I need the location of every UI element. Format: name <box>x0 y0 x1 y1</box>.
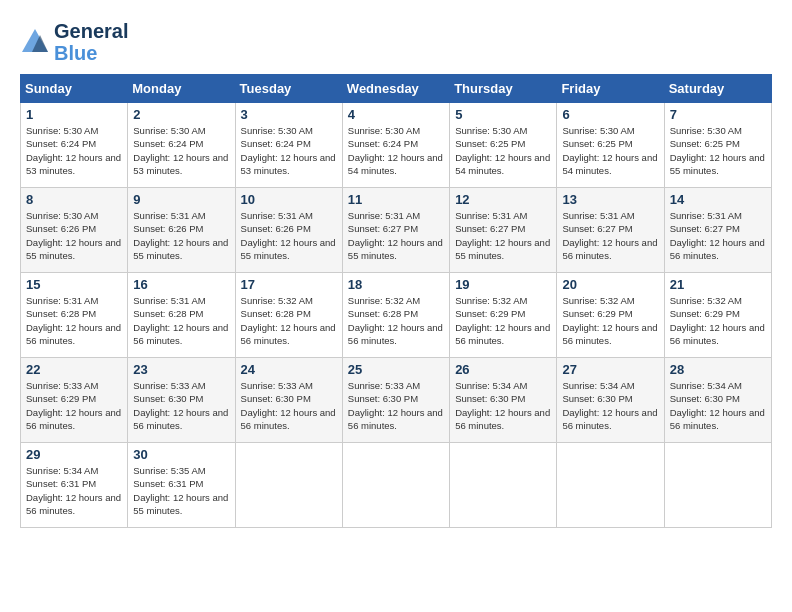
day-number: 4 <box>348 107 444 122</box>
calendar-week-row: 29 Sunrise: 5:34 AM Sunset: 6:31 PM Dayl… <box>21 443 772 528</box>
day-number: 17 <box>241 277 337 292</box>
calendar-cell: 2 Sunrise: 5:30 AM Sunset: 6:24 PM Dayli… <box>128 103 235 188</box>
calendar-cell <box>664 443 771 528</box>
calendar-cell: 28 Sunrise: 5:34 AM Sunset: 6:30 PM Dayl… <box>664 358 771 443</box>
calendar-cell: 15 Sunrise: 5:31 AM Sunset: 6:28 PM Dayl… <box>21 273 128 358</box>
weekday-header-monday: Monday <box>128 75 235 103</box>
day-info: Sunrise: 5:30 AM Sunset: 6:26 PM Dayligh… <box>26 209 122 262</box>
day-number: 10 <box>241 192 337 207</box>
calendar-cell: 20 Sunrise: 5:32 AM Sunset: 6:29 PM Dayl… <box>557 273 664 358</box>
day-info: Sunrise: 5:32 AM Sunset: 6:29 PM Dayligh… <box>455 294 551 347</box>
calendar-cell: 17 Sunrise: 5:32 AM Sunset: 6:28 PM Dayl… <box>235 273 342 358</box>
calendar-cell: 5 Sunrise: 5:30 AM Sunset: 6:25 PM Dayli… <box>450 103 557 188</box>
weekday-header-wednesday: Wednesday <box>342 75 449 103</box>
day-info: Sunrise: 5:30 AM Sunset: 6:25 PM Dayligh… <box>670 124 766 177</box>
day-number: 6 <box>562 107 658 122</box>
day-number: 27 <box>562 362 658 377</box>
day-number: 7 <box>670 107 766 122</box>
day-info: Sunrise: 5:34 AM Sunset: 6:30 PM Dayligh… <box>455 379 551 432</box>
calendar-cell: 14 Sunrise: 5:31 AM Sunset: 6:27 PM Dayl… <box>664 188 771 273</box>
weekday-header-saturday: Saturday <box>664 75 771 103</box>
calendar-cell: 30 Sunrise: 5:35 AM Sunset: 6:31 PM Dayl… <box>128 443 235 528</box>
day-number: 1 <box>26 107 122 122</box>
day-info: Sunrise: 5:30 AM Sunset: 6:24 PM Dayligh… <box>348 124 444 177</box>
calendar-cell <box>235 443 342 528</box>
day-info: Sunrise: 5:30 AM Sunset: 6:24 PM Dayligh… <box>26 124 122 177</box>
weekday-header-friday: Friday <box>557 75 664 103</box>
day-number: 28 <box>670 362 766 377</box>
calendar-cell: 9 Sunrise: 5:31 AM Sunset: 6:26 PM Dayli… <box>128 188 235 273</box>
calendar-cell: 18 Sunrise: 5:32 AM Sunset: 6:28 PM Dayl… <box>342 273 449 358</box>
day-info: Sunrise: 5:33 AM Sunset: 6:30 PM Dayligh… <box>133 379 229 432</box>
calendar-week-row: 22 Sunrise: 5:33 AM Sunset: 6:29 PM Dayl… <box>21 358 772 443</box>
day-number: 15 <box>26 277 122 292</box>
day-number: 29 <box>26 447 122 462</box>
day-number: 9 <box>133 192 229 207</box>
day-info: Sunrise: 5:34 AM Sunset: 6:31 PM Dayligh… <box>26 464 122 517</box>
day-info: Sunrise: 5:31 AM Sunset: 6:28 PM Dayligh… <box>133 294 229 347</box>
day-info: Sunrise: 5:32 AM Sunset: 6:29 PM Dayligh… <box>562 294 658 347</box>
calendar-cell: 12 Sunrise: 5:31 AM Sunset: 6:27 PM Dayl… <box>450 188 557 273</box>
day-number: 14 <box>670 192 766 207</box>
day-number: 16 <box>133 277 229 292</box>
calendar-cell: 1 Sunrise: 5:30 AM Sunset: 6:24 PM Dayli… <box>21 103 128 188</box>
day-info: Sunrise: 5:31 AM Sunset: 6:28 PM Dayligh… <box>26 294 122 347</box>
day-info: Sunrise: 5:33 AM Sunset: 6:30 PM Dayligh… <box>348 379 444 432</box>
day-number: 11 <box>348 192 444 207</box>
logo-icon <box>20 27 50 57</box>
calendar-cell: 16 Sunrise: 5:31 AM Sunset: 6:28 PM Dayl… <box>128 273 235 358</box>
calendar-cell <box>557 443 664 528</box>
day-info: Sunrise: 5:33 AM Sunset: 6:29 PM Dayligh… <box>26 379 122 432</box>
calendar-cell: 21 Sunrise: 5:32 AM Sunset: 6:29 PM Dayl… <box>664 273 771 358</box>
calendar-cell: 22 Sunrise: 5:33 AM Sunset: 6:29 PM Dayl… <box>21 358 128 443</box>
calendar-cell: 25 Sunrise: 5:33 AM Sunset: 6:30 PM Dayl… <box>342 358 449 443</box>
day-number: 5 <box>455 107 551 122</box>
day-info: Sunrise: 5:30 AM Sunset: 6:25 PM Dayligh… <box>455 124 551 177</box>
day-info: Sunrise: 5:31 AM Sunset: 6:27 PM Dayligh… <box>670 209 766 262</box>
weekday-header-tuesday: Tuesday <box>235 75 342 103</box>
calendar-cell: 23 Sunrise: 5:33 AM Sunset: 6:30 PM Dayl… <box>128 358 235 443</box>
day-number: 8 <box>26 192 122 207</box>
day-number: 22 <box>26 362 122 377</box>
calendar-cell <box>450 443 557 528</box>
calendar-cell: 3 Sunrise: 5:30 AM Sunset: 6:24 PM Dayli… <box>235 103 342 188</box>
logo-text: GeneralBlue <box>54 20 128 64</box>
calendar-cell <box>342 443 449 528</box>
day-info: Sunrise: 5:32 AM Sunset: 6:28 PM Dayligh… <box>348 294 444 347</box>
day-info: Sunrise: 5:34 AM Sunset: 6:30 PM Dayligh… <box>562 379 658 432</box>
calendar-header-row: SundayMondayTuesdayWednesdayThursdayFrid… <box>21 75 772 103</box>
day-info: Sunrise: 5:31 AM Sunset: 6:27 PM Dayligh… <box>348 209 444 262</box>
calendar-cell: 8 Sunrise: 5:30 AM Sunset: 6:26 PM Dayli… <box>21 188 128 273</box>
weekday-header-sunday: Sunday <box>21 75 128 103</box>
calendar-week-row: 8 Sunrise: 5:30 AM Sunset: 6:26 PM Dayli… <box>21 188 772 273</box>
calendar-cell: 6 Sunrise: 5:30 AM Sunset: 6:25 PM Dayli… <box>557 103 664 188</box>
weekday-header-thursday: Thursday <box>450 75 557 103</box>
calendar-cell: 10 Sunrise: 5:31 AM Sunset: 6:26 PM Dayl… <box>235 188 342 273</box>
day-info: Sunrise: 5:32 AM Sunset: 6:29 PM Dayligh… <box>670 294 766 347</box>
day-number: 2 <box>133 107 229 122</box>
day-info: Sunrise: 5:32 AM Sunset: 6:28 PM Dayligh… <box>241 294 337 347</box>
day-number: 19 <box>455 277 551 292</box>
day-info: Sunrise: 5:31 AM Sunset: 6:26 PM Dayligh… <box>241 209 337 262</box>
day-number: 23 <box>133 362 229 377</box>
day-number: 24 <box>241 362 337 377</box>
day-info: Sunrise: 5:31 AM Sunset: 6:27 PM Dayligh… <box>562 209 658 262</box>
calendar-cell: 26 Sunrise: 5:34 AM Sunset: 6:30 PM Dayl… <box>450 358 557 443</box>
calendar-table: SundayMondayTuesdayWednesdayThursdayFrid… <box>20 74 772 528</box>
calendar-cell: 29 Sunrise: 5:34 AM Sunset: 6:31 PM Dayl… <box>21 443 128 528</box>
day-info: Sunrise: 5:30 AM Sunset: 6:24 PM Dayligh… <box>133 124 229 177</box>
day-number: 20 <box>562 277 658 292</box>
calendar-cell: 24 Sunrise: 5:33 AM Sunset: 6:30 PM Dayl… <box>235 358 342 443</box>
calendar-week-row: 15 Sunrise: 5:31 AM Sunset: 6:28 PM Dayl… <box>21 273 772 358</box>
day-info: Sunrise: 5:30 AM Sunset: 6:24 PM Dayligh… <box>241 124 337 177</box>
calendar-cell: 27 Sunrise: 5:34 AM Sunset: 6:30 PM Dayl… <box>557 358 664 443</box>
calendar-cell: 19 Sunrise: 5:32 AM Sunset: 6:29 PM Dayl… <box>450 273 557 358</box>
day-number: 26 <box>455 362 551 377</box>
calendar-cell: 11 Sunrise: 5:31 AM Sunset: 6:27 PM Dayl… <box>342 188 449 273</box>
day-info: Sunrise: 5:30 AM Sunset: 6:25 PM Dayligh… <box>562 124 658 177</box>
day-info: Sunrise: 5:33 AM Sunset: 6:30 PM Dayligh… <box>241 379 337 432</box>
calendar-cell: 7 Sunrise: 5:30 AM Sunset: 6:25 PM Dayli… <box>664 103 771 188</box>
day-number: 12 <box>455 192 551 207</box>
day-info: Sunrise: 5:31 AM Sunset: 6:26 PM Dayligh… <box>133 209 229 262</box>
day-number: 21 <box>670 277 766 292</box>
